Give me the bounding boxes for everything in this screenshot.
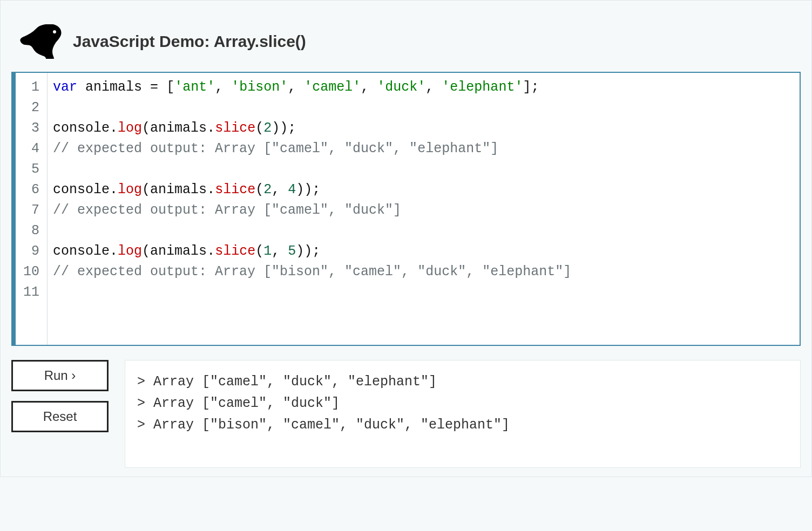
line-number: 8 [16,221,43,241]
demo-title: JavaScript Demo: Array.slice() [73,32,306,51]
code-line: // expected output: Array ["bison", "cam… [53,262,794,282]
code-line: // expected output: Array ["camel", "duc… [53,139,794,159]
line-number: 11 [16,282,43,303]
code-line: // expected output: Array ["camel", "duc… [53,200,794,221]
console-output: > Array ["camel", "duck", "elephant"]> A… [125,360,801,468]
line-number: 5 [16,159,43,180]
console-line: > Array ["bison", "camel", "duck", "elep… [137,414,788,436]
line-number: 9 [16,241,43,262]
line-number: 7 [16,200,43,221]
reset-button[interactable]: Reset [11,401,109,432]
code-line: console.log(animals.slice(1, 5)); [53,241,794,262]
line-number: 10 [16,262,43,282]
button-column: Run › Reset [11,360,109,432]
line-number: 4 [16,139,43,159]
code-line: console.log(animals.slice(2, 4)); [53,180,794,200]
code-line [53,221,794,241]
code-line [53,159,794,180]
line-number: 6 [16,180,43,200]
dino-icon [20,24,62,59]
code-line: var animals = ['ant', 'bison', 'camel', … [53,77,794,98]
line-number: 1 [16,77,43,98]
console-line: > Array ["camel", "duck", "elephant"] [137,371,788,393]
console-line: > Array ["camel", "duck"] [137,393,788,414]
code-line: console.log(animals.slice(2)); [53,118,794,139]
line-number: 3 [16,118,43,139]
controls-row: Run › Reset > Array ["camel", "duck", "e… [11,360,801,468]
header: JavaScript Demo: Array.slice() [11,9,801,72]
code-line [53,282,794,303]
code-line [53,98,794,118]
line-number: 2 [16,98,43,118]
line-number-gutter: 1234567891011 [16,73,48,345]
code-editor[interactable]: 1234567891011 var animals = ['ant', 'bis… [11,72,801,346]
code-area[interactable]: var animals = ['ant', 'bison', 'camel', … [48,73,800,345]
demo-container: JavaScript Demo: Array.slice() 123456789… [0,0,812,477]
run-button[interactable]: Run › [11,360,109,391]
